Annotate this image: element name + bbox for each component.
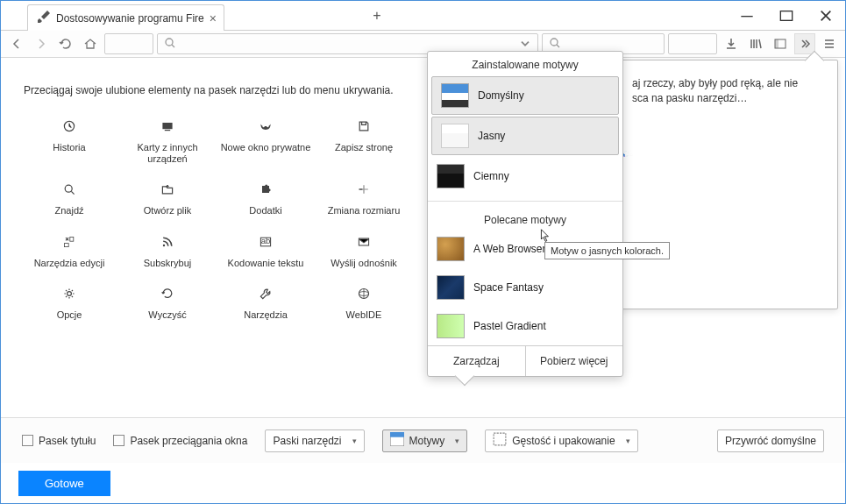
theme-swatch [437,237,465,261]
get-more-themes-button[interactable]: Pobierz więcej [526,346,623,376]
bottom-bar: Gotowe [1,463,845,503]
forward-button[interactable] [31,33,52,54]
theme-swatch [437,275,465,300]
dragspace-checkbox[interactable]: Pasek przeciągania okna [113,435,247,447]
maximize-button[interactable] [766,3,806,29]
theme-name: Domyślny [478,89,524,102]
svg-rect-32 [494,433,506,445]
restore-defaults-button[interactable]: Przywróć domyślne [717,429,824,452]
svg-point-3 [551,39,558,46]
theme-option[interactable]: Domyślny [431,76,619,115]
palette-item[interactable]: Wyczyść [122,283,213,321]
svg-point-18 [68,291,72,295]
chevron-down-icon[interactable] [518,36,532,53]
flex-space [668,33,717,54]
theme-swatch [437,164,465,188]
palette-item[interactable]: Narzędzia [220,283,311,321]
search-icon [163,36,177,53]
themes-dropdown[interactable]: Motywy▾ [382,429,468,452]
item-label: Zmiana rozmiaru [328,205,401,217]
palette-item[interactable]: abKodowanie tekstu [220,231,311,269]
edit-icon [59,231,80,252]
item-label: WebIDE [346,309,382,321]
theme-swatch [441,124,469,148]
item-label: Narzędzia edycji [34,258,105,269]
history-icon [59,116,80,137]
reload-button[interactable] [55,33,76,54]
palette-item[interactable]: Zapisz stronę [318,116,409,165]
svg-text:ab: ab [261,236,271,245]
svg-point-2 [166,39,173,46]
item-label: Wyczyść [148,309,186,321]
sidebar-button[interactable] [770,33,791,54]
item-label: Zapisz stronę [335,142,393,153]
close-button[interactable] [806,3,845,29]
palette-item[interactable]: Historia [24,116,115,165]
minimize-button[interactable] [727,3,766,29]
palette-item[interactable]: Znajdź [24,179,115,217]
mail-icon [353,231,374,252]
theme-name: Space Fantasy [473,281,544,294]
item-label: Otwórz plik [144,205,191,217]
palette-item[interactable]: Subskrybuj [122,231,213,269]
installed-header: Zainstalowane motywy [428,52,622,75]
customize-footer: Pasek tytułu Pasek przeciągania okna Pas… [1,417,845,463]
density-dropdown[interactable]: Gęstość i upakowanie▾ [485,429,637,452]
tab-title: Dostosowywanie programu Fire [56,12,204,25]
tooltip: Motyw o jasnych kolorach. [544,242,670,259]
palette-item[interactable]: WebIDE [318,283,409,321]
back-button[interactable] [6,33,27,54]
window-controls [727,1,845,30]
palette-item[interactable]: Karty z innych urządzeń [122,116,213,165]
theme-option[interactable]: Jasny [431,117,619,155]
theme-option[interactable]: Ciemny [428,157,622,195]
search-icon [59,179,80,200]
close-icon[interactable]: × [210,11,217,25]
downloads-button[interactable] [721,33,742,54]
library-button[interactable] [745,33,766,54]
save-icon [353,116,374,137]
toolbars-dropdown[interactable]: Paski narzędzi▾ [265,429,364,452]
item-label: Nowe okno prywatne [221,142,311,153]
new-tab-button[interactable]: + [364,1,390,30]
palette-item[interactable]: Otwórz plik [122,179,213,217]
flex-space [104,33,153,54]
density-icon [493,432,507,449]
manage-themes-button[interactable]: Zarządzaj [428,346,526,376]
item-label: Karty z innych urządzeń [122,142,213,165]
svg-rect-5 [775,39,778,48]
menu-button[interactable] [819,33,840,54]
mask-icon [255,116,276,137]
svg-point-29 [629,151,631,152]
theme-swatch [441,83,469,108]
tab-customize[interactable]: Dostosowywanie programu Fire × [27,4,224,31]
svg-rect-31 [390,432,404,437]
svg-rect-8 [165,130,170,131]
item-label: Kodowanie tekstu [228,258,304,269]
recommended-header: Polecane motywy [428,207,622,230]
palette-item[interactable]: Nowe okno prywatne [220,116,311,165]
theme-swatch-icon [390,432,404,449]
palette-item[interactable]: Narzędzia edycji [24,231,115,269]
palette-item[interactable]: Wyślij odnośnik [318,231,409,269]
palette-item[interactable]: Opcje [24,283,115,321]
svg-point-14 [163,244,165,245]
svg-point-9 [262,125,264,127]
item-label: Dodatki [249,205,281,217]
paintbrush-icon [37,10,51,26]
titlebar-checkbox[interactable]: Pasek tytułu [22,435,96,447]
palette-item[interactable]: Zmiana rozmiaru [318,179,409,217]
encoding-icon: ab [255,231,276,252]
theme-option[interactable]: Space Fantasy [428,268,622,307]
item-label: Opcje [57,309,82,321]
theme-option[interactable]: Pastel Gradient [428,307,622,345]
item-label: Narzędzia [244,309,288,321]
palette-item[interactable]: Dodatki [220,179,311,217]
customize-area: Przeciągaj swoje ulubione elementy na pa… [1,58,845,417]
item-label: Historia [53,142,85,153]
svg-rect-0 [741,16,752,17]
svg-point-10 [267,125,268,127]
gear-icon [59,283,80,304]
done-button[interactable]: Gotowe [18,471,110,496]
home-button[interactable] [80,33,101,54]
